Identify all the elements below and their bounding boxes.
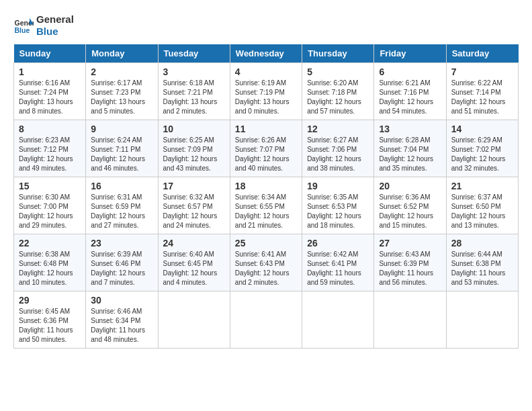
day-info: Sunrise: 6:26 AMSunset: 7:07 PMDaylight:… [235, 136, 297, 173]
calendar-cell: 5Sunrise: 6:20 AMSunset: 7:18 PMDaylight… [302, 63, 374, 120]
day-info: Sunrise: 6:25 AMSunset: 7:09 PMDaylight:… [163, 136, 225, 173]
day-number: 27 [379, 238, 441, 248]
calendar-table: SundayMondayTuesdayWednesdayThursdayFrid… [13, 44, 519, 349]
day-number: 20 [379, 181, 441, 191]
logo-icon: General Blue [13, 15, 34, 36]
calendar-cell [230, 291, 302, 349]
calendar-cell: 23Sunrise: 6:39 AMSunset: 6:46 PMDayligh… [86, 234, 158, 291]
day-number: 2 [91, 66, 152, 77]
day-info: Sunrise: 6:20 AMSunset: 7:18 PMDaylight:… [307, 79, 369, 116]
day-number: 16 [91, 181, 152, 191]
day-info: Sunrise: 6:23 AMSunset: 7:12 PMDaylight:… [19, 136, 81, 173]
col-header-friday: Friday [374, 44, 446, 63]
calendar-cell: 10Sunrise: 6:25 AMSunset: 7:09 PMDayligh… [158, 120, 230, 177]
day-number: 24 [163, 238, 225, 248]
calendar-cell: 27Sunrise: 6:43 AMSunset: 6:39 PMDayligh… [374, 234, 446, 291]
day-number: 28 [451, 238, 513, 248]
day-info: Sunrise: 6:34 AMSunset: 6:55 PMDaylight:… [235, 193, 297, 230]
day-info: Sunrise: 6:24 AMSunset: 7:11 PMDaylight:… [91, 136, 152, 173]
day-number: 5 [307, 66, 369, 77]
day-info: Sunrise: 6:45 AMSunset: 6:36 PMDaylight:… [19, 307, 81, 345]
calendar-cell: 13Sunrise: 6:28 AMSunset: 7:04 PMDayligh… [374, 120, 446, 177]
day-number: 9 [91, 124, 152, 134]
page-header: General Blue General Blue [13, 13, 519, 38]
day-info: Sunrise: 6:36 AMSunset: 6:52 PMDaylight:… [379, 193, 441, 230]
calendar-cell: 17Sunrise: 6:32 AMSunset: 6:57 PMDayligh… [158, 177, 230, 234]
day-number: 25 [235, 238, 297, 248]
day-info: Sunrise: 6:32 AMSunset: 6:57 PMDaylight:… [163, 193, 225, 230]
calendar-cell: 1Sunrise: 6:16 AMSunset: 7:24 PMDaylight… [14, 63, 86, 120]
day-number: 22 [19, 238, 81, 248]
day-info: Sunrise: 6:30 AMSunset: 7:00 PMDaylight:… [19, 193, 81, 230]
day-number: 23 [91, 238, 152, 248]
day-info: Sunrise: 6:46 AMSunset: 6:34 PMDaylight:… [91, 307, 152, 345]
day-info: Sunrise: 6:41 AMSunset: 6:43 PMDaylight:… [235, 250, 297, 287]
calendar-cell: 25Sunrise: 6:41 AMSunset: 6:43 PMDayligh… [230, 234, 302, 291]
calendar-cell: 19Sunrise: 6:35 AMSunset: 6:53 PMDayligh… [302, 177, 374, 234]
calendar-cell: 11Sunrise: 6:26 AMSunset: 7:07 PMDayligh… [230, 120, 302, 177]
calendar-cell [302, 291, 374, 349]
day-info: Sunrise: 6:44 AMSunset: 6:38 PMDaylight:… [451, 250, 513, 287]
col-header-thursday: Thursday [302, 44, 374, 63]
day-info: Sunrise: 6:18 AMSunset: 7:21 PMDaylight:… [163, 79, 225, 116]
day-number: 19 [307, 181, 369, 191]
calendar-cell: 20Sunrise: 6:36 AMSunset: 6:52 PMDayligh… [374, 177, 446, 234]
logo: General Blue General Blue [13, 13, 74, 38]
day-number: 11 [235, 124, 297, 134]
day-number: 21 [451, 181, 513, 191]
day-number: 14 [451, 124, 513, 134]
day-number: 12 [307, 124, 369, 134]
day-number: 7 [451, 66, 513, 77]
week-row-3: 15Sunrise: 6:30 AMSunset: 7:00 PMDayligh… [14, 177, 519, 234]
day-number: 29 [19, 295, 81, 306]
day-info: Sunrise: 6:17 AMSunset: 7:23 PMDaylight:… [91, 79, 152, 116]
calendar-cell: 28Sunrise: 6:44 AMSunset: 6:38 PMDayligh… [446, 234, 518, 291]
col-header-monday: Monday [86, 44, 158, 63]
day-info: Sunrise: 6:43 AMSunset: 6:39 PMDaylight:… [379, 250, 441, 287]
calendar-cell: 9Sunrise: 6:24 AMSunset: 7:11 PMDaylight… [86, 120, 158, 177]
calendar-cell: 24Sunrise: 6:40 AMSunset: 6:45 PMDayligh… [158, 234, 230, 291]
day-info: Sunrise: 6:22 AMSunset: 7:14 PMDaylight:… [451, 79, 513, 116]
day-number: 3 [163, 66, 225, 77]
day-info: Sunrise: 6:40 AMSunset: 6:45 PMDaylight:… [163, 250, 225, 287]
week-row-2: 8Sunrise: 6:23 AMSunset: 7:12 PMDaylight… [14, 120, 519, 177]
calendar-cell: 7Sunrise: 6:22 AMSunset: 7:14 PMDaylight… [446, 63, 518, 120]
logo-blue: Blue [36, 26, 74, 38]
calendar-cell: 4Sunrise: 6:19 AMSunset: 7:19 PMDaylight… [230, 63, 302, 120]
day-info: Sunrise: 6:16 AMSunset: 7:24 PMDaylight:… [19, 79, 81, 116]
calendar-cell: 12Sunrise: 6:27 AMSunset: 7:06 PMDayligh… [302, 120, 374, 177]
header-row: SundayMondayTuesdayWednesdayThursdayFrid… [14, 44, 519, 63]
week-row-1: 1Sunrise: 6:16 AMSunset: 7:24 PMDaylight… [14, 63, 519, 120]
calendar-cell: 14Sunrise: 6:29 AMSunset: 7:02 PMDayligh… [446, 120, 518, 177]
week-row-4: 22Sunrise: 6:38 AMSunset: 6:48 PMDayligh… [14, 234, 519, 291]
col-header-sunday: Sunday [14, 44, 86, 63]
day-info: Sunrise: 6:37 AMSunset: 6:50 PMDaylight:… [451, 193, 513, 230]
calendar-cell: 22Sunrise: 6:38 AMSunset: 6:48 PMDayligh… [14, 234, 86, 291]
calendar-cell: 3Sunrise: 6:18 AMSunset: 7:21 PMDaylight… [158, 63, 230, 120]
logo-general: General [36, 13, 74, 26]
day-number: 6 [379, 66, 441, 77]
calendar-cell: 8Sunrise: 6:23 AMSunset: 7:12 PMDaylight… [14, 120, 86, 177]
day-info: Sunrise: 6:27 AMSunset: 7:06 PMDaylight:… [307, 136, 369, 173]
day-number: 13 [379, 124, 441, 134]
col-header-tuesday: Tuesday [158, 44, 230, 63]
day-number: 8 [19, 124, 81, 134]
day-number: 18 [235, 181, 297, 191]
svg-text:Blue: Blue [15, 26, 30, 34]
day-info: Sunrise: 6:42 AMSunset: 6:41 PMDaylight:… [307, 250, 369, 287]
calendar-cell: 2Sunrise: 6:17 AMSunset: 7:23 PMDaylight… [86, 63, 158, 120]
calendar-cell: 26Sunrise: 6:42 AMSunset: 6:41 PMDayligh… [302, 234, 374, 291]
week-row-5: 29Sunrise: 6:45 AMSunset: 6:36 PMDayligh… [14, 291, 519, 349]
day-number: 10 [163, 124, 225, 134]
day-info: Sunrise: 6:21 AMSunset: 7:16 PMDaylight:… [379, 79, 441, 116]
calendar-cell [158, 291, 230, 349]
day-info: Sunrise: 6:19 AMSunset: 7:19 PMDaylight:… [235, 79, 297, 116]
calendar-cell: 21Sunrise: 6:37 AMSunset: 6:50 PMDayligh… [446, 177, 518, 234]
day-info: Sunrise: 6:35 AMSunset: 6:53 PMDaylight:… [307, 193, 369, 230]
day-number: 1 [19, 66, 81, 77]
col-header-saturday: Saturday [446, 44, 518, 63]
calendar-cell: 15Sunrise: 6:30 AMSunset: 7:00 PMDayligh… [14, 177, 86, 234]
calendar-cell [374, 291, 446, 349]
calendar-cell: 18Sunrise: 6:34 AMSunset: 6:55 PMDayligh… [230, 177, 302, 234]
calendar-cell: 6Sunrise: 6:21 AMSunset: 7:16 PMDaylight… [374, 63, 446, 120]
